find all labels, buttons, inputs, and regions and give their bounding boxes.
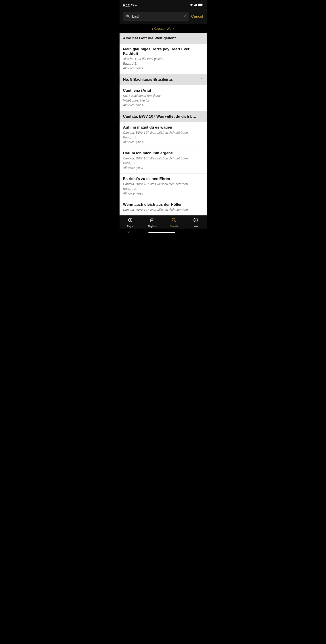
signal-icon bbox=[194, 4, 197, 7]
svg-rect-8 bbox=[151, 218, 153, 218]
section-title-no5-bachianas: No. 5 Bachianas Brasileiras bbox=[123, 77, 173, 82]
song-work: Cantata, BWV 107 Was willst du dich betr… bbox=[123, 182, 203, 186]
song-title: Darum ich mich ihm ergebe bbox=[123, 151, 203, 156]
nav-label-playlists: Playlists bbox=[148, 225, 157, 228]
song-work: Cantata, BWV 107 Was willst du dich betr… bbox=[123, 130, 203, 135]
song-work: No. 5 Bachianas Brasileiras bbox=[123, 94, 203, 98]
results-content: Also hat Gott die Welt geliebt ⌃ Mein gl… bbox=[120, 33, 207, 215]
status-time: 9:12 🛡 ∞ · bbox=[123, 3, 140, 7]
song-voice-types: All voice types bbox=[123, 66, 203, 71]
voicemail-icon: ∞ bbox=[135, 4, 138, 7]
song-voice-types: All voice types bbox=[123, 103, 203, 108]
shield-icon: 🛡 bbox=[131, 4, 134, 7]
status-bar: 9:12 🛡 ∞ · bbox=[120, 0, 207, 10]
svg-rect-11 bbox=[151, 220, 153, 221]
svg-rect-2 bbox=[195, 4, 196, 6]
info-icon bbox=[193, 217, 198, 224]
bottom-navigation: Player Playlists Search Info bbox=[120, 215, 207, 228]
song-title: Cantilena (Aria) bbox=[123, 88, 203, 93]
search-clear-button[interactable]: × bbox=[184, 14, 186, 19]
nav-item-info[interactable]: Info bbox=[188, 217, 204, 228]
list-item[interactable]: Es richt's zu seinen Ehren Cantata, BWV … bbox=[120, 174, 207, 199]
section-header-no5-bachianas[interactable]: No. 5 Bachianas Brasileiras ⌃ bbox=[120, 74, 207, 85]
cancel-button[interactable]: Cancel bbox=[191, 14, 203, 19]
song-work: Also hat Gott die Welt geliebt bbox=[123, 56, 203, 61]
song-title: Es richt's zu seinen Ehren bbox=[123, 177, 203, 181]
nav-label-info: Info bbox=[194, 225, 198, 228]
search-input[interactable] bbox=[132, 14, 182, 19]
song-composer: Villa-Lobos, Hector bbox=[123, 98, 203, 103]
song-voice-types: All voice types bbox=[123, 140, 203, 144]
svg-rect-12 bbox=[151, 221, 152, 222]
chevron-up-icon-2: ⌃ bbox=[200, 77, 203, 82]
song-voice-types: All voice types bbox=[123, 191, 203, 196]
nav-item-playlists[interactable]: Playlists bbox=[144, 217, 160, 228]
search-mag-icon: 🔍 bbox=[126, 14, 130, 18]
back-button[interactable]: ‹ bbox=[128, 230, 130, 234]
status-right-icons bbox=[190, 4, 203, 7]
search-bar-container: 🔍 × Cancel bbox=[120, 10, 207, 24]
list-item[interactable]: Auf ihn magst du es wagen Cantata, BWV 1… bbox=[120, 122, 207, 148]
nav-item-player[interactable]: Player bbox=[122, 217, 138, 228]
chevron-up-icon-1: ⌃ bbox=[200, 36, 203, 41]
chevron-up-icon-3: ⌃ bbox=[200, 114, 203, 119]
nav-item-search[interactable]: Search bbox=[166, 217, 182, 228]
svg-rect-1 bbox=[194, 5, 195, 6]
svg-point-17 bbox=[196, 219, 196, 219]
svg-rect-6 bbox=[202, 4, 203, 5]
section-header-also-hat-gott[interactable]: Also hat Gott die Welt geliebt ⌃ bbox=[120, 33, 207, 44]
search-input-wrapper[interactable]: 🔍 × bbox=[123, 12, 189, 21]
song-composer: Bach, J.S. bbox=[123, 61, 203, 66]
svg-rect-4 bbox=[197, 4, 197, 6]
player-icon bbox=[128, 217, 133, 224]
greater-work-label: ↓ Greater Work bbox=[120, 24, 207, 33]
song-composer: Bach, J.S. bbox=[123, 135, 203, 140]
wifi-icon bbox=[190, 4, 193, 7]
svg-rect-7 bbox=[198, 4, 202, 6]
home-indicator: ‹ bbox=[120, 228, 207, 237]
list-item[interactable]: Mein gläubiges Herze (My Heart Ever Fait… bbox=[120, 44, 207, 74]
section-title-also-hat-gott: Also hat Gott die Welt geliebt bbox=[123, 36, 176, 40]
home-pill bbox=[148, 232, 175, 233]
song-title: Mein gläubiges Herze (My Heart Ever Fait… bbox=[123, 47, 203, 56]
song-composer: Bach, J.S. bbox=[123, 186, 203, 191]
list-item[interactable]: Wenn auch gleich aus der Höllen Cantata,… bbox=[120, 199, 207, 215]
svg-point-0 bbox=[191, 6, 192, 6]
battery-icon bbox=[198, 4, 203, 7]
song-work: Cantata, BWV 107 Was willst du dich betr… bbox=[123, 156, 203, 161]
list-item[interactable]: Cantilena (Aria) No. 5 Bachianas Brasile… bbox=[120, 85, 207, 111]
list-item[interactable]: Darum ich mich ihm ergebe Cantata, BWV 1… bbox=[120, 148, 207, 174]
section-header-cantata-bwv107[interactable]: Cantata, BWV 107 Was willst du dich betr… bbox=[120, 111, 207, 122]
svg-line-14 bbox=[175, 221, 176, 222]
song-composer: Bach, J.S. bbox=[123, 161, 203, 166]
search-icon bbox=[171, 217, 177, 224]
nav-label-search: Search bbox=[170, 225, 178, 228]
playlists-icon bbox=[149, 217, 155, 224]
song-title: Auf ihn magst du es wagen bbox=[123, 125, 203, 130]
song-work: Cantata, BWV 107 Was willst du dich betr… bbox=[123, 208, 203, 212]
svg-rect-10 bbox=[151, 220, 153, 220]
svg-rect-3 bbox=[196, 4, 197, 6]
nav-label-player: Player bbox=[127, 225, 134, 228]
song-title: Wenn auch gleich aus der Höllen bbox=[123, 202, 203, 207]
song-voice-types: All voice types bbox=[123, 166, 203, 170]
time-display: 9:12 bbox=[123, 3, 130, 7]
section-title-cantata-bwv107: Cantata, BWV 107 Was willst du dich betr… bbox=[123, 114, 197, 119]
